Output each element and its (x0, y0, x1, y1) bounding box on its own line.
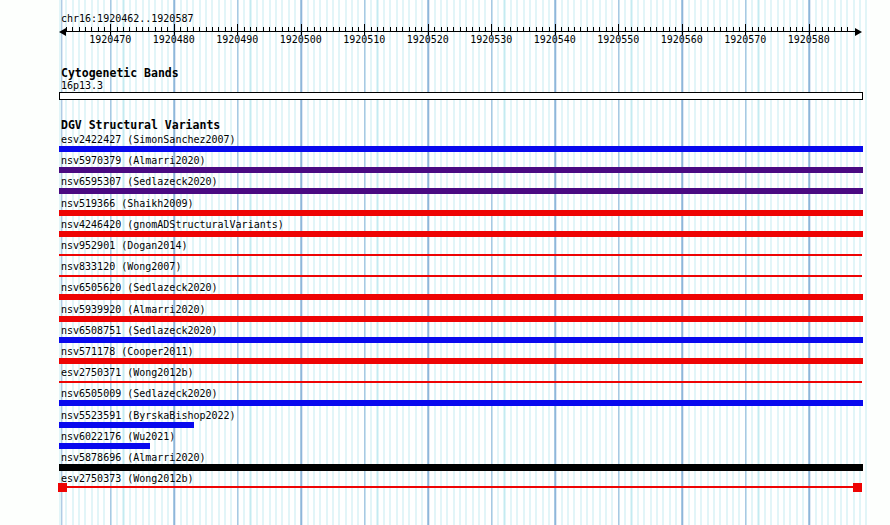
ruler-minor-tick (593, 27, 594, 31)
ruler-minor-tick (625, 27, 626, 31)
variant-label: nsv4246420 (gnomADStructuralVariants) (61, 219, 284, 230)
variant-feature-line[interactable] (59, 254, 862, 256)
ruler-minor-tick (447, 27, 448, 31)
ruler-tick-label: 1920500 (278, 34, 324, 45)
ruler-minor-tick (726, 27, 727, 31)
ruler-tick-label: 1920530 (468, 34, 514, 45)
cytogenetic-band-label[interactable]: 16p13.3 (61, 80, 103, 91)
ruler-minor-tick (739, 27, 740, 31)
ruler-minor-tick (358, 27, 359, 31)
ruler-minor-tick (472, 27, 473, 31)
variant-endpoint-square[interactable] (853, 483, 862, 492)
ruler-minor-tick (320, 27, 321, 31)
ruler-minor-tick (695, 27, 696, 31)
ruler-minor-tick (523, 27, 524, 31)
variant-label: nsv6505620 (Sedlazeck2020) (61, 282, 218, 293)
variant-feature-bar[interactable] (59, 443, 150, 449)
ruler-minor-tick (117, 27, 118, 31)
variant-feature-bar[interactable] (59, 188, 863, 194)
variant-feature-bar[interactable] (59, 422, 194, 428)
ruler-minor-tick (339, 27, 340, 31)
ruler-minor-tick (802, 27, 803, 31)
ruler-minor-tick (288, 27, 289, 31)
ruler-minor-tick (383, 27, 384, 31)
ruler-minor-tick (66, 27, 67, 31)
variant-feature-bar[interactable] (59, 294, 863, 300)
ruler-minor-tick (269, 27, 270, 31)
variant-label: esv2422427 (SimonSanchez2007) (61, 134, 236, 145)
ruler-minor-tick (345, 27, 346, 31)
ruler-minor-tick (199, 27, 200, 31)
ruler-minor-tick (129, 27, 130, 31)
variant-label: esv2750371 (Wong2012b) (61, 367, 193, 378)
variant-label: nsv6508751 (Sedlazeck2020) (61, 325, 218, 336)
ruler-minor-tick (421, 27, 422, 31)
variant-feature-bar[interactable] (59, 464, 863, 471)
ruler-tick-label: 1920550 (595, 34, 641, 45)
ruler-minor-tick (193, 27, 194, 31)
variant-feature-bar[interactable] (59, 210, 863, 216)
ruler-minor-tick (441, 27, 442, 31)
variant-feature-bar[interactable] (59, 316, 863, 322)
variant-feature-bar[interactable] (59, 231, 863, 237)
genome-browser-canvas: chr16:1920462..1920587 19204701920480192… (0, 0, 890, 525)
ruler-minor-tick (460, 27, 461, 31)
ruler-minor-tick (155, 27, 156, 31)
ruler-minor-tick (777, 27, 778, 31)
region-label: chr16:1920462..1920587 (61, 13, 193, 24)
variant-label: nsv833120 (Wong2007) (61, 261, 181, 272)
variant-feature-bar[interactable] (59, 167, 863, 173)
ruler-minor-tick (275, 27, 276, 31)
ruler-minor-tick (631, 27, 632, 31)
ruler-minor-tick (104, 27, 105, 31)
variant-feature-bar[interactable] (59, 400, 863, 406)
ruler-minor-tick (161, 27, 162, 31)
variant-feature-bar[interactable] (59, 337, 863, 343)
variant-label: nsv6505009 (Sedlazeck2020) (61, 388, 218, 399)
ruler-minor-tick (510, 27, 511, 31)
ruler-minor-tick (466, 27, 467, 31)
ruler-minor-tick (733, 27, 734, 31)
variant-label: nsv5939920 (Almarri2020) (61, 304, 206, 315)
ruler-minor-tick (98, 27, 99, 31)
variant-feature-line[interactable] (59, 486, 862, 488)
ruler-minor-tick (402, 27, 403, 31)
ruler-minor-tick (371, 27, 372, 31)
variant-label: nsv5970379 (Almarri2020) (61, 155, 206, 166)
ruler-tick-label: 1920520 (405, 34, 451, 45)
ruler-minor-tick (409, 27, 410, 31)
ruler-minor-tick (783, 27, 784, 31)
variant-feature-bar[interactable] (59, 146, 863, 152)
ruler-minor-tick (549, 27, 550, 31)
ruler-minor-tick (91, 27, 92, 31)
variant-feature-line[interactable] (59, 381, 862, 383)
variant-endpoint-square[interactable] (58, 483, 67, 492)
ruler-minor-tick (828, 27, 829, 31)
ruler-minor-tick (815, 27, 816, 31)
variant-label: nsv571178 (Cooper2011) (61, 346, 193, 357)
ruler-minor-tick (479, 27, 480, 31)
ruler-minor-tick (574, 27, 575, 31)
variant-row: nsv833120 (Wong2007) (0, 261, 890, 282)
ruler-minor-tick (72, 27, 73, 31)
ruler-minor-tick (142, 27, 143, 31)
ruler-minor-tick (790, 27, 791, 31)
ruler-minor-tick (453, 27, 454, 31)
ruler-tick-label: 1920490 (214, 34, 260, 45)
ruler-minor-tick (326, 27, 327, 31)
ruler-minor-tick (529, 27, 530, 31)
ruler-minor-tick (587, 27, 588, 31)
ruler-minor-tick (701, 27, 702, 31)
ruler-minor-tick (377, 27, 378, 31)
ruler-minor-tick (688, 27, 689, 31)
cytogenetic-band-box[interactable] (59, 92, 863, 100)
variant-row: nsv5878696 (Almarri2020) (0, 452, 890, 473)
ruler-minor-tick (167, 27, 168, 31)
variant-feature-line[interactable] (59, 275, 862, 277)
ruler-minor-tick (294, 27, 295, 31)
ruler-minor-tick (396, 27, 397, 31)
ruler-minor-tick (612, 27, 613, 31)
ruler-minor-tick (225, 27, 226, 31)
ruler-minor-tick (244, 27, 245, 31)
variant-feature-bar[interactable] (59, 358, 863, 364)
